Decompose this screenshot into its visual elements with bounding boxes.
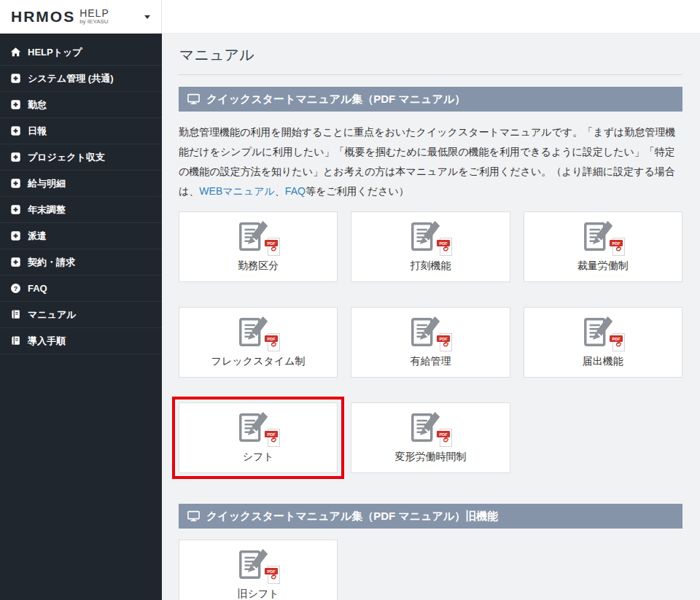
sidebar-item-label: 給与明細 — [28, 177, 66, 190]
page-content: マニュアル クイックスタートマニュアル集（PDF マニュアル） 勤怠管理機能の利… — [162, 34, 700, 600]
sidebar-item-label: HELPトップ — [28, 46, 82, 59]
title-divider — [179, 74, 682, 75]
brand-product: HELP — [79, 8, 109, 19]
legacy-card-grid: 旧シフト — [179, 539, 682, 600]
sidebar-item-system-admin[interactable]: システム管理 (共通) — [0, 66, 162, 92]
sidebar-item-kyuyo-meisai[interactable]: 給与明細 — [0, 171, 162, 197]
document-pencil-icon — [407, 411, 454, 445]
pdf-icon — [437, 238, 452, 256]
chevron-down-icon[interactable] — [144, 15, 150, 19]
card-dakoku-kino[interactable]: 打刻機能 — [351, 211, 510, 282]
plus-square-icon — [10, 152, 21, 163]
description-text: 等をご利用ください） — [306, 185, 409, 197]
monitor-icon — [187, 93, 200, 105]
plus-square-icon — [10, 99, 21, 110]
sidebar-item-project-shushi[interactable]: プロジェクト収支 — [0, 144, 162, 171]
sidebar-item-label: システム管理 (共通) — [28, 72, 114, 85]
sidebar-nav: HELPトップ システム管理 (共通) 勤怠 日報 プロジェクト収支 給与明細 — [0, 34, 162, 354]
pdf-icon — [265, 238, 280, 256]
manual-card-label: 裁量労働制 — [578, 259, 629, 272]
plus-square-icon — [10, 178, 21, 189]
description-separator: 、 — [275, 185, 285, 197]
book-icon — [10, 335, 21, 346]
card-todokede-kino[interactable]: 届出機能 — [524, 307, 682, 378]
plus-square-icon — [10, 204, 21, 215]
card-flextime[interactable]: フレックスタイム制 — [179, 307, 338, 378]
sidebar-item-nenmatsu-chosei[interactable]: 年末調整 — [0, 197, 162, 223]
document-pencil-icon — [235, 411, 281, 445]
manual-card-label: シフト — [243, 450, 274, 463]
page-title: マニュアル — [179, 45, 682, 65]
section-header-quickstart-legacy: クイックスタートマニュアル集（PDF マニュアル）旧機能 — [179, 504, 682, 529]
card-kinmu-kubun[interactable]: 勤務区分 — [179, 211, 338, 282]
card-kyu-shift[interactable]: 旧シフト — [179, 539, 338, 600]
manual-card-label: 変形労働時間制 — [394, 450, 466, 463]
sidebar-item-label: 年末調整 — [28, 203, 66, 217]
pdf-icon — [437, 333, 452, 351]
sidebar-item-nippo[interactable]: 日報 — [0, 118, 162, 144]
document-pencil-icon — [580, 220, 626, 254]
pdf-icon — [265, 566, 280, 584]
section-header-label: クイックスタートマニュアル集（PDF マニュアル）旧機能 — [206, 510, 498, 523]
sidebar-item-label: 勤怠 — [28, 98, 47, 112]
sidebar-item-haken[interactable]: 派遣 — [0, 223, 162, 249]
book-icon — [10, 309, 21, 320]
card-shift[interactable]: シフト — [179, 402, 338, 473]
sidebar-item-label: 導入手順 — [28, 335, 66, 348]
plus-square-icon — [10, 125, 21, 136]
brand-logo: HRMOS — [11, 8, 75, 26]
manual-card-label: 勤務区分 — [238, 259, 279, 272]
brand-byline: by IEYASU — [79, 19, 109, 25]
sidebar-item-label: 契約・請求 — [28, 256, 75, 269]
sidebar-item-donyu-tejun[interactable]: 導入手順 — [0, 328, 162, 354]
sidebar-item-label: FAQ — [28, 283, 47, 294]
plus-square-icon — [10, 73, 21, 84]
plus-square-icon — [10, 230, 21, 241]
sidebar-item-label: マニュアル — [28, 308, 77, 322]
document-pencil-icon — [235, 548, 281, 582]
section-header-quickstart: クイックスタートマニュアル集（PDF マニュアル） — [179, 87, 682, 112]
pdf-icon — [265, 429, 280, 447]
manual-card-grid: 勤務区分 打刻機能 裁量労働制 — [179, 211, 682, 473]
card-henkei-rodo-jikan[interactable]: 変形労働時間制 — [351, 402, 510, 473]
sidebar-item-keiyaku-seikyu[interactable]: 契約・請求 — [0, 249, 162, 276]
card-sairyo-rodo[interactable]: 裁量労働制 — [524, 211, 682, 282]
pdf-icon — [265, 333, 280, 351]
manual-card-label: フレックスタイム制 — [211, 354, 306, 367]
app-window: HRMOS HELP by IEYASU HELPトップ システム管理 (共通)… — [0, 0, 700, 600]
faq-link[interactable]: FAQ — [285, 185, 306, 197]
pdf-icon — [610, 238, 625, 256]
manual-card-label: 届出機能 — [583, 354, 623, 367]
manual-card-label: 有給管理 — [410, 354, 451, 367]
manual-card-label: 打刻機能 — [410, 259, 451, 272]
document-pencil-icon — [407, 316, 454, 349]
section-description: 勤怠管理機能の利用を開始することに重点をおいたクイックスタートマニュアルです。「… — [179, 122, 682, 201]
document-pencil-icon — [580, 316, 626, 349]
question-circle-icon — [10, 283, 21, 294]
card-yukyu-kanri[interactable]: 有給管理 — [351, 307, 510, 378]
document-pencil-icon — [235, 220, 281, 254]
plus-square-icon — [10, 257, 21, 268]
top-bar — [162, 0, 700, 34]
sidebar: HRMOS HELP by IEYASU HELPトップ システム管理 (共通)… — [0, 0, 162, 600]
document-pencil-icon — [235, 316, 281, 349]
sidebar-item-label: 派遣 — [28, 230, 47, 243]
pdf-icon — [610, 333, 625, 351]
web-manual-link[interactable]: WEBマニュアル — [199, 185, 275, 197]
document-pencil-icon — [407, 220, 454, 254]
home-icon — [10, 47, 21, 58]
section-header-label: クイックスタートマニュアル集（PDF マニュアル） — [206, 93, 465, 106]
monitor-icon — [187, 510, 200, 522]
sidebar-item-faq[interactable]: FAQ — [0, 276, 162, 302]
sidebar-item-manual[interactable]: マニュアル — [0, 302, 162, 328]
manual-card-label: 旧シフト — [238, 587, 279, 600]
logo-area: HRMOS HELP by IEYASU — [0, 0, 162, 34]
sidebar-item-kintai[interactable]: 勤怠 — [0, 92, 162, 118]
sidebar-item-label: プロジェクト収支 — [28, 151, 105, 164]
main-area: マニュアル クイックスタートマニュアル集（PDF マニュアル） 勤怠管理機能の利… — [162, 0, 700, 600]
sidebar-item-label: 日報 — [28, 125, 47, 138]
sidebar-item-help-top[interactable]: HELPトップ — [0, 39, 162, 66]
pdf-icon — [437, 429, 452, 447]
